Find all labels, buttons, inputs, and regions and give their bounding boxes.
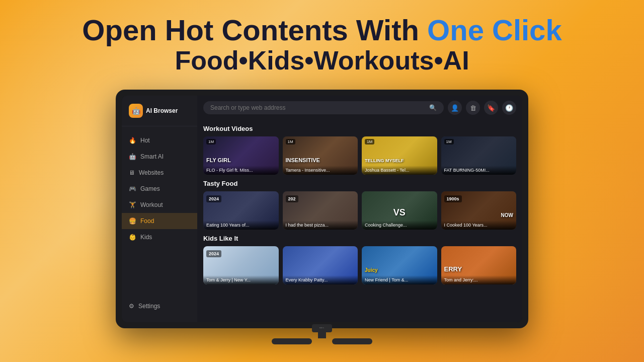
tv-frame: 🤖 AI Browser 🔥 Hot 🤖 Smart AI 🖥 Websites <box>116 90 528 328</box>
main-content: 🔍 👤 🗑 🔖 🕐 Workout Videos 1M FLY GIRL <box>197 96 522 322</box>
workout-section-title: Workout Videos <box>203 125 516 132</box>
toolbar-delete-btn[interactable]: 🗑 <box>466 101 480 115</box>
view-count-3: 1M <box>365 139 374 144</box>
food-icon: 🍔 <box>129 218 136 225</box>
sidebar-item-games[interactable]: 🎮 Games <box>122 181 197 197</box>
thumb-text-1: FLY GIRL <box>206 157 231 164</box>
view-count-4: 1M <box>444 139 454 144</box>
thumb-telling: 1M TELLING MYSELF Joshua Bassett - Tel..… <box>362 136 437 175</box>
thumb-fat-burning: 1M FAT BURNING-50MI... <box>441 136 517 175</box>
toolbar-avatar-btn[interactable]: 👤 <box>448 101 462 115</box>
sidebar: 🤖 AI Browser 🔥 Hot 🤖 Smart AI 🖥 Websites <box>122 96 197 322</box>
search-bar: 🔍 👤 🗑 🔖 🕐 <box>197 96 522 120</box>
tv-stand-foot-right <box>332 338 372 344</box>
hot-label: Hot <box>140 137 150 144</box>
workout-video-2[interactable]: 1M INSENSITIVE Tamera - Insensitive... <box>283 136 358 175</box>
view-count-1: 1M <box>206 139 216 144</box>
workout-video-4[interactable]: 1M FAT BURNING-50MI... <box>441 136 517 175</box>
view-count-2: 1M <box>286 139 295 144</box>
header-line1-text: Open Hot Contents With <box>82 14 427 46</box>
caption-2: Tamera - Insensitive... <box>283 166 358 175</box>
food-caption-1: Eating 100 Years of... <box>203 221 279 230</box>
toolbar-history-btn[interactable]: 🕐 <box>502 101 516 115</box>
tv-stand-neck <box>318 328 326 338</box>
search-input[interactable] <box>210 104 425 111</box>
workout-video-row: 1M FLY GIRL FLO - Fly Girl ft. Miss... 1… <box>203 136 516 175</box>
hot-icon: 🔥 <box>129 137 136 144</box>
tv-stand-base <box>272 338 372 344</box>
kids-caption-1: Tom & Jerry | New Y... <box>203 275 279 284</box>
thumb-cooking: VS Cooking Challenge... <box>362 191 437 230</box>
food-section-title: Tasty Food <box>203 180 516 187</box>
search-icon: 🔍 <box>429 104 437 111</box>
kids-video-3[interactable]: Juicy New Friend | Tom &... <box>362 246 437 284</box>
header-line1: Open Hot Contents With One Click <box>0 14 644 46</box>
thumb-text-3: TELLING MYSELF <box>365 158 404 164</box>
smart-ai-icon: 🤖 <box>129 153 136 160</box>
food-video-3[interactable]: VS Cooking Challenge... <box>362 191 437 230</box>
food-label: Food <box>140 218 154 225</box>
header-line2: Food•Kids•Workouts•AI <box>0 46 644 75</box>
year-badge-4: 1900s <box>444 195 462 202</box>
smart-ai-label: Smart AI <box>140 153 164 160</box>
games-icon: 🎮 <box>129 185 136 192</box>
kids-icon: 👶 <box>129 234 136 241</box>
kids-video-1[interactable]: 2024 Tom & Jerry | New Y... <box>203 246 279 284</box>
header-highlight: One Click <box>427 14 562 46</box>
content-body: Workout Videos 1M FLY GIRL FLO - Fly Gir… <box>197 125 522 291</box>
sidebar-item-hot[interactable]: 🔥 Hot <box>122 132 197 149</box>
sidebar-logo: 🤖 AI Browser <box>122 104 197 126</box>
caption-3: Joshua Bassett - Tel... <box>362 166 437 175</box>
workout-video-1[interactable]: 1M FLY GIRL FLO - Fly Girl ft. Miss... <box>203 136 279 175</box>
sidebar-item-food[interactable]: 🍔 Food <box>122 213 197 229</box>
kids-thumb-text-4: ERRY <box>444 265 462 273</box>
thumb-fly-girl: 1M FLY GIRL FLO - Fly Girl ft. Miss... <box>203 136 279 175</box>
thumb-tomjerry3: ERRY Tom and Jerry:... <box>441 246 517 284</box>
thumb-eating100: 2024 Eating 100 Years of... <box>203 191 279 230</box>
sidebar-item-settings[interactable]: ⚙ Settings <box>122 298 197 314</box>
websites-label: Websites <box>139 169 164 176</box>
workout-video-3[interactable]: 1M TELLING MYSELF Joshua Bassett - Tel..… <box>362 136 437 175</box>
thumb-tomjerry2: Juicy New Friend | Tom &... <box>362 246 437 284</box>
tv-stand <box>272 328 372 348</box>
kids-year-badge-1: 2024 <box>206 250 221 257</box>
logo-text: AI Browser <box>146 107 178 114</box>
year-badge-1: 2024 <box>206 195 221 202</box>
thumb-pizza: 202 I had the best pizza... <box>283 191 358 230</box>
thumb-cooked100: 1900s NOW I Cooked 100 Years... <box>441 191 517 230</box>
year-badge-2: 202 <box>286 195 298 202</box>
food-caption-4: I Cooked 100 Years... <box>441 221 517 230</box>
kids-video-2[interactable]: Every Krabby Patty... <box>283 246 358 284</box>
sidebar-item-workout[interactable]: 🏋 Workout <box>122 197 197 213</box>
tv-stand-foot-left <box>272 338 312 344</box>
settings-label: Settings <box>138 303 160 310</box>
nav-items: 🔥 Hot 🤖 Smart AI 🖥 Websites 🎮 Games 🏋 <box>122 132 197 298</box>
sidebar-item-kids[interactable]: 👶 Kids <box>122 229 197 245</box>
header-section: Open Hot Contents With One Click Food•Ki… <box>0 14 644 75</box>
websites-icon: 🖥 <box>129 169 135 176</box>
kids-label: Kids <box>140 234 152 241</box>
food-video-row: 2024 Eating 100 Years of... 202 I had th… <box>203 191 516 230</box>
thumb-insensitive: 1M INSENSITIVE Tamera - Insensitive... <box>283 136 358 175</box>
sidebar-item-smart-ai[interactable]: 🤖 Smart AI <box>122 149 197 165</box>
thumb-krabby: Every Krabby Patty... <box>283 246 358 284</box>
caption-4: FAT BURNING-50MI... <box>441 166 517 175</box>
kids-caption-3: New Friend | Tom &... <box>362 275 437 284</box>
kids-thumb-text-3: Juicy <box>365 267 378 273</box>
food-caption-3: Cooking Challenge... <box>362 221 437 230</box>
food-video-2[interactable]: 202 I had the best pizza... <box>283 191 358 230</box>
sidebar-item-websites[interactable]: 🖥 Websites <box>122 165 197 181</box>
search-input-wrap[interactable]: 🔍 <box>203 101 444 114</box>
settings-icon: ⚙ <box>129 303 134 310</box>
games-label: Games <box>140 185 160 192</box>
kids-video-row: 2024 Tom & Jerry | New Y... Every Krabby… <box>203 246 516 284</box>
toolbar-bookmark-btn[interactable]: 🔖 <box>484 101 498 115</box>
caption-1: FLO - Fly Girl ft. Miss... <box>203 166 279 175</box>
food-video-1[interactable]: 2024 Eating 100 Years of... <box>203 191 279 230</box>
kids-video-4[interactable]: ERRY Tom and Jerry:... <box>441 246 517 284</box>
kids-caption-4: Tom and Jerry:... <box>441 275 517 284</box>
tv-screen: 🤖 AI Browser 🔥 Hot 🤖 Smart AI 🖥 Websites <box>122 96 522 322</box>
food-video-4[interactable]: 1900s NOW I Cooked 100 Years... <box>441 191 517 230</box>
logo-icon: 🤖 <box>129 104 143 118</box>
thumb-text-vs: VS <box>393 207 406 219</box>
